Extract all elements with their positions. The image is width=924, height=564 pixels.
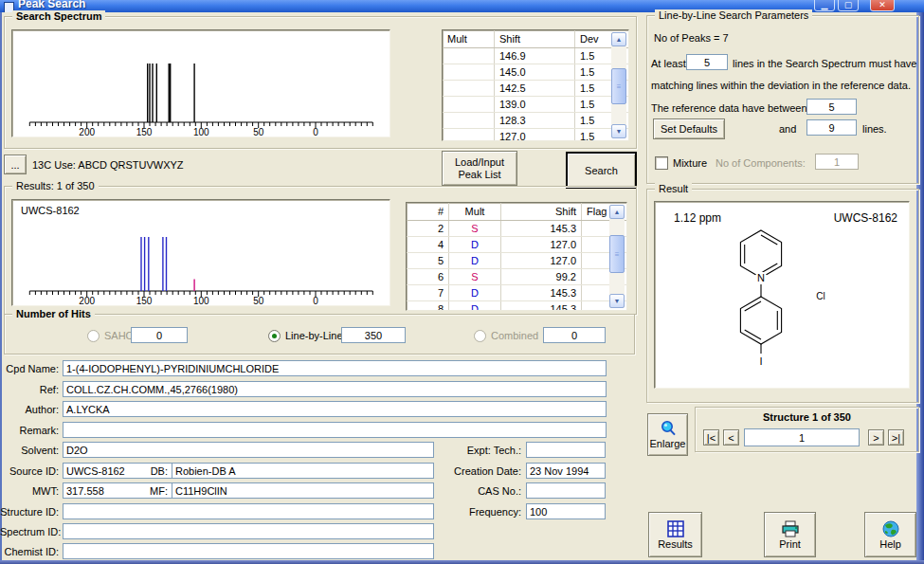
table-row[interactable]: 8 D 145.3: [407, 301, 626, 311]
table-row[interactable]: 7 D 145.3: [407, 285, 626, 301]
enlarge-button[interactable]: Enlarge: [647, 413, 688, 456]
line-by-line-radio[interactable]: [268, 330, 281, 342]
next-icon: >: [873, 432, 879, 444]
cell-mult: D: [449, 253, 501, 268]
table-row[interactable]: 6 S 99.2: [407, 269, 626, 285]
table-row[interactable]: 128.3 1.5: [443, 113, 628, 129]
svg-text:0: 0: [313, 296, 318, 305]
scroll-down-button[interactable]: ▼: [609, 294, 625, 308]
first-structure-button[interactable]: |<: [703, 429, 719, 446]
scrollbar-thumb[interactable]: ≡: [609, 235, 625, 273]
scroll-up-button[interactable]: ▲: [611, 32, 626, 46]
matching-lines-text: matching lines within the deviation in t…: [651, 80, 911, 91]
set-defaults-button[interactable]: Set Defaults: [653, 118, 725, 139]
prev-structure-button[interactable]: <: [723, 429, 739, 446]
arrow-down-icon: ▼: [616, 128, 623, 135]
cas-no-field[interactable]: [526, 482, 606, 499]
search-spectrum-group-title: Search Spectrum: [12, 10, 105, 23]
cell-shift: 146.9: [495, 48, 575, 64]
thumb-grip-icon: ≡: [617, 82, 622, 91]
structure-id-field[interactable]: [63, 503, 434, 519]
remark-field[interactable]: [63, 422, 607, 438]
db-field[interactable]: [172, 463, 434, 479]
load-input-peak-list-button[interactable]: Load/Input Peak List: [442, 151, 517, 186]
load-button-line2: Peak List: [458, 169, 500, 181]
col-header-flag: Flag: [582, 203, 611, 220]
reference-max-lines-field[interactable]: [806, 119, 857, 136]
table-row[interactable]: 146.9 1.5: [443, 48, 628, 64]
cell-shift: 127.0: [495, 129, 575, 141]
svg-text:100: 100: [193, 296, 209, 305]
c13-use-label: 13C Use: ABCD QRSTUVWXYZ: [32, 159, 184, 171]
cpd-name-field[interactable]: [63, 360, 607, 376]
table-row[interactable]: 145.0 1.5: [443, 64, 628, 81]
cell-shift: 139.0: [495, 97, 575, 112]
ref-label: Ref:: [0, 384, 59, 395]
search-table-scrollbar[interactable]: ▲ ≡ ▼: [611, 32, 626, 138]
cell-mult: [443, 48, 495, 64]
cell-shift: 142.5: [495, 81, 575, 96]
mixture-checkbox[interactable]: [655, 156, 668, 170]
col-header-mult: Mult: [443, 30, 495, 47]
mwt-field[interactable]: [63, 482, 187, 499]
minimize-button[interactable]: ▁: [814, 0, 835, 11]
source-id-field[interactable]: [63, 463, 187, 479]
table-row[interactable]: 139.0 1.5: [443, 97, 628, 113]
result-table-scrollbar[interactable]: ▲ ≡ ▼: [609, 205, 625, 308]
window-border-left: [0, 12, 2, 560]
frequency-field[interactable]: [526, 503, 606, 519]
combined-count-field: [543, 327, 606, 343]
table-row[interactable]: 127.0 1.5: [443, 129, 628, 141]
nucleus-select-button[interactable]: ...: [4, 155, 27, 174]
mixture-label: Mixture: [673, 157, 707, 169]
result-table-header: # Mult Shift Flag: [407, 203, 626, 221]
scroll-up-button[interactable]: ▲: [609, 205, 625, 219]
cell-shift: 127.0: [501, 253, 582, 268]
thumb-grip-icon: ≡: [615, 250, 620, 259]
author-field[interactable]: [63, 401, 607, 417]
print-button[interactable]: Print: [764, 512, 816, 557]
scroll-down-button[interactable]: ▼: [611, 124, 626, 138]
help-button[interactable]: Help: [864, 512, 916, 557]
table-row[interactable]: 4 D 127.0: [407, 237, 626, 253]
results-button[interactable]: Results: [648, 512, 702, 557]
solvent-field[interactable]: [63, 442, 434, 458]
table-row[interactable]: 5 D 127.0: [407, 253, 626, 269]
next-structure-button[interactable]: >: [868, 429, 884, 446]
search-button[interactable]: Search: [567, 153, 636, 188]
line-by-line-count-field[interactable]: [341, 327, 406, 343]
at-least-label: At least: [651, 58, 686, 69]
last-icon: >|: [892, 432, 900, 444]
cell-shift: 145.0: [495, 64, 575, 80]
table-row[interactable]: 142.5 1.5: [443, 81, 628, 97]
ref-field[interactable]: [63, 381, 607, 397]
expt-tech-field[interactable]: [526, 442, 606, 458]
globe-icon: [881, 519, 900, 538]
maximize-icon: ▢: [844, 0, 853, 10]
close-button[interactable]: ✕: [870, 0, 895, 11]
search-table-header: Mult Shift Dev: [443, 30, 628, 48]
table-row[interactable]: 2 S 145.3: [407, 221, 626, 237]
scrollbar-thumb[interactable]: ≡: [611, 68, 626, 104]
mf-label: MF:: [142, 485, 168, 497]
creation-date-field[interactable]: [526, 463, 606, 479]
remark-label: Remark:: [0, 425, 59, 436]
spectrum-id-field[interactable]: [63, 523, 434, 539]
cell-dev: 1.5: [575, 113, 613, 128]
combined-label: Combined: [491, 330, 538, 341]
min-matching-lines-field[interactable]: [686, 54, 728, 70]
cell-mult: D: [449, 301, 501, 311]
maximize-button[interactable]: ▢: [838, 0, 859, 11]
cell-mult: [443, 81, 495, 96]
structure-position-field[interactable]: [744, 428, 860, 446]
cell-shift: 145.3: [501, 285, 582, 300]
mf-field[interactable]: [172, 482, 434, 499]
cell-shift: 145.3: [501, 221, 582, 236]
cell-flag: [582, 237, 611, 252]
magnifier-icon: [659, 419, 678, 438]
iodine-atom-label: I: [759, 355, 762, 367]
chemist-id-field[interactable]: [63, 543, 434, 559]
last-structure-button[interactable]: >|: [888, 429, 904, 446]
author-label: Author:: [0, 404, 59, 415]
reference-min-lines-field[interactable]: [806, 99, 857, 115]
